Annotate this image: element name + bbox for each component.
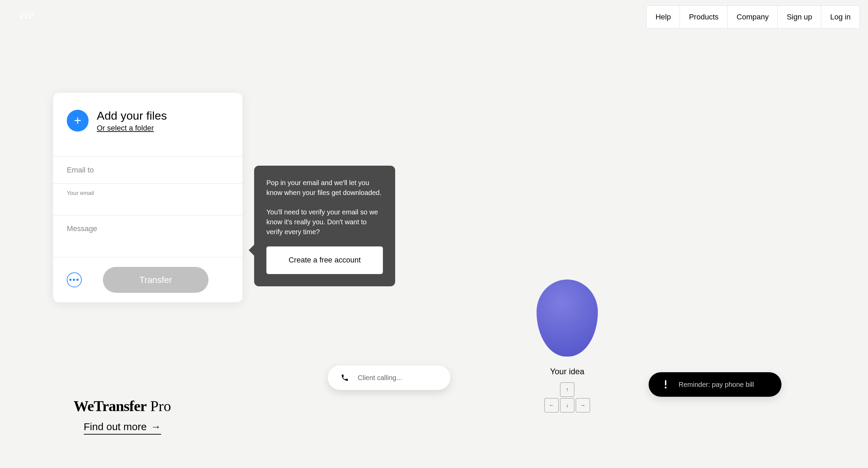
add-files-text: Add your files Or select a folder	[97, 109, 167, 133]
message-input[interactable]	[67, 215, 229, 256]
arrow-keys-icon: ↑ ← ↓ →	[544, 382, 590, 412]
more-options-button[interactable]: •••	[67, 272, 82, 287]
nav-signup[interactable]: Sign up	[778, 6, 821, 28]
transfer-button[interactable]: Transfer	[103, 267, 208, 293]
arrow-right-icon: →	[151, 421, 161, 433]
svg-rect-0	[665, 380, 666, 386]
nav-help[interactable]: Help	[647, 6, 680, 28]
message-row	[53, 215, 243, 257]
plus-icon: +	[74, 114, 81, 128]
add-files-title: Add your files	[97, 109, 167, 122]
create-account-button[interactable]: Create a free account	[266, 246, 383, 274]
tooltip-paragraph-2: You'll need to verify your email so we k…	[266, 207, 383, 237]
transfer-panel: + Add your files Or select a folder Your…	[53, 93, 243, 302]
logo-area: we	[19, 8, 34, 22]
promo-suffix: Pro	[146, 398, 171, 414]
email-to-input[interactable]	[67, 157, 229, 183]
wetransfer-logo[interactable]: we	[19, 8, 34, 22]
add-files-button[interactable]: +	[67, 110, 89, 132]
client-calling-text: Client calling...	[358, 374, 402, 382]
phone-icon	[339, 372, 351, 384]
add-files-area[interactable]: + Add your files Or select a folder	[53, 93, 243, 157]
idea-illustration: Your idea ↑ ← ↓ →	[535, 280, 600, 412]
arrow-up-icon: ↑	[560, 382, 574, 397]
panel-footer: ••• Transfer	[53, 257, 243, 302]
promo-logo: WeTransfer Pro	[74, 397, 171, 415]
reminder-text: Reminder: pay phone bill	[679, 381, 754, 389]
svg-point-1	[665, 387, 666, 388]
arrow-right-key-icon: →	[576, 398, 590, 412]
idea-blob	[537, 280, 598, 357]
email-to-row	[53, 157, 243, 184]
arrow-left-icon: ←	[544, 398, 559, 412]
primary-nav: Help Products Company Sign up Log in	[646, 5, 860, 29]
your-email-label: Your email	[67, 190, 229, 197]
find-out-more-link[interactable]: Find out more →	[84, 421, 161, 435]
pro-promo: WeTransfer Pro Find out more →	[74, 397, 171, 435]
idea-label: Your idea	[535, 367, 600, 376]
tooltip-paragraph-1: Pop in your email and we'll let you know…	[266, 178, 383, 198]
promo-brand: WeTransfer	[74, 398, 146, 414]
select-folder-link[interactable]: Or select a folder	[97, 124, 167, 133]
email-hint-tooltip: Pop in your email and we'll let you know…	[254, 166, 395, 286]
find-out-more-label: Find out more	[84, 421, 147, 433]
nav-company[interactable]: Company	[728, 6, 778, 28]
client-calling-bubble: Client calling...	[328, 365, 450, 390]
ellipsis-icon: •••	[69, 275, 79, 285]
alert-icon	[660, 378, 672, 391]
reminder-bubble: Reminder: pay phone bill	[649, 372, 781, 397]
your-email-input[interactable]	[67, 199, 229, 208]
your-email-row: Your email	[53, 184, 243, 215]
nav-products[interactable]: Products	[680, 6, 728, 28]
nav-login[interactable]: Log in	[821, 6, 859, 28]
arrow-down-icon: ↓	[560, 398, 574, 412]
